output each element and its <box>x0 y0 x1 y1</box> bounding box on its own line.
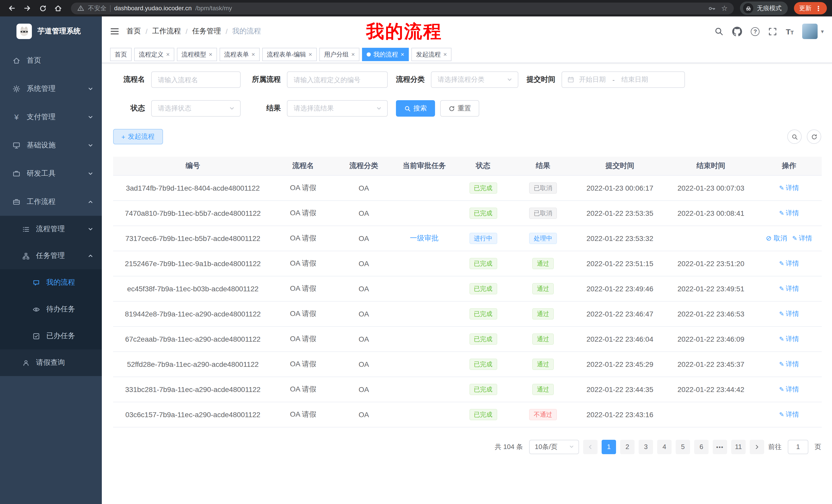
refresh-button[interactable] <box>807 130 821 144</box>
next-page-button[interactable] <box>750 440 764 454</box>
bookmark-star-icon[interactable]: ☆ <box>721 5 728 12</box>
close-icon[interactable]: × <box>351 51 355 58</box>
tab-process-form-edit[interactable]: 流程表单-编辑× <box>262 48 317 61</box>
detail-link[interactable]: ✎详情 <box>779 385 799 394</box>
tab-process-model[interactable]: 流程模型× <box>177 48 217 61</box>
start-process-button[interactable]: + 发起流程 <box>113 129 163 144</box>
page-button-2[interactable]: 2 <box>620 440 634 454</box>
toolbox-icon <box>12 169 21 177</box>
column-header: 编号 <box>113 157 272 175</box>
detail-link[interactable]: ✎详情 <box>779 410 799 419</box>
forward-icon[interactable] <box>21 2 34 15</box>
tab-process-definition[interactable]: 流程定义× <box>134 48 174 61</box>
sidebar-item-devtools[interactable]: 研发工具 <box>0 159 102 188</box>
detail-link[interactable]: ✎详情 <box>779 334 799 343</box>
cancel-link[interactable]: 取消 <box>766 233 787 243</box>
process-name-input[interactable] <box>151 72 241 88</box>
sidebar-collapse-icon[interactable] <box>110 27 119 35</box>
filter-label: 所属流程 <box>249 75 281 84</box>
user-icon <box>22 359 30 367</box>
chevron-up-icon <box>87 199 94 205</box>
result-select[interactable]: 请选择流结果 <box>287 100 388 117</box>
fullscreen-icon[interactable] <box>768 27 777 36</box>
detail-link[interactable]: ✎详情 <box>779 309 799 318</box>
close-icon[interactable]: × <box>252 51 255 58</box>
page-button-1[interactable]: 1 <box>602 440 616 454</box>
navbar-actions: ? TT ▾ <box>714 24 824 39</box>
show-search-toggle-button[interactable] <box>787 130 802 144</box>
sidebar-item-process-mgmt[interactable]: 流程管理 <box>0 216 102 243</box>
more-pages-icon[interactable]: ••• <box>713 440 727 454</box>
user-menu[interactable]: ▾ <box>802 24 824 39</box>
sidebar-item-my-processes[interactable]: 我的流程 <box>0 269 102 296</box>
breadcrumb-item[interactable]: 任务管理 <box>192 27 221 36</box>
font-size-icon[interactable]: TT <box>786 27 794 35</box>
github-icon[interactable] <box>732 26 742 36</box>
detail-link[interactable]: ✎详情 <box>779 359 799 369</box>
address-bar[interactable]: 不安全 dashboard.yudao.iocoder.cn/bpm/task/… <box>71 2 734 14</box>
breadcrumb-item[interactable]: 工作流程 <box>152 27 181 36</box>
detail-link[interactable]: ✎详情 <box>779 284 799 293</box>
page-button-11[interactable]: 11 <box>731 440 746 454</box>
cell-id: 67c2eaab-7b9a-11ec-a290-acde48001122 <box>113 326 272 352</box>
sidebar-item-system[interactable]: 系统管理 <box>0 75 102 103</box>
close-icon[interactable]: × <box>309 51 312 58</box>
browser-menu-icon[interactable]: ⋮ <box>815 4 822 12</box>
table-row: 3ad174fb-7b9d-11ec-8404-acde48001122 OA … <box>113 175 822 200</box>
page-button-5[interactable]: 5 <box>676 440 690 454</box>
sidebar-item-todo-tasks[interactable]: 待办任务 <box>0 296 102 323</box>
cell-end-time: 2022-01-22 23:49:51 <box>666 276 756 301</box>
sidebar-item-infrastructure[interactable]: 基础设施 <box>0 131 102 159</box>
result-badge: 通过 <box>532 384 554 395</box>
sidebar-logo[interactable]: 芋道管理系统 <box>0 17 102 46</box>
page-button-4[interactable]: 4 <box>657 440 672 454</box>
close-icon[interactable]: × <box>443 51 447 58</box>
reload-icon[interactable] <box>36 2 49 15</box>
pencil-icon: ✎ <box>779 311 784 317</box>
help-icon[interactable]: ? <box>751 27 759 36</box>
back-icon[interactable] <box>5 2 19 15</box>
sidebar-item-task-mgmt[interactable]: 任务管理 <box>0 243 102 269</box>
tab-start-process[interactable]: 发起流程× <box>411 48 451 61</box>
detail-link[interactable]: ✎详情 <box>779 259 799 268</box>
page-button-6[interactable]: 6 <box>694 440 709 454</box>
tab-user-group[interactable]: 用户分组× <box>319 48 359 61</box>
tab-process-form[interactable]: 流程表单× <box>219 48 260 61</box>
breadcrumb-item[interactable]: 首页 <box>127 27 141 36</box>
status-select[interactable]: 请选择状态 <box>151 100 241 117</box>
tab-my-processes[interactable]: 我的流程× <box>362 48 409 61</box>
date-range-picker[interactable]: 开始日期 - 结束日期 <box>562 72 685 88</box>
prev-page-button[interactable] <box>583 440 598 454</box>
detail-link[interactable]: ✎详情 <box>792 233 812 243</box>
close-icon[interactable]: × <box>209 51 212 58</box>
tab-home[interactable]: 首页 <box>110 48 132 61</box>
sidebar-item-home[interactable]: 首页 <box>0 46 102 75</box>
category-select[interactable]: 请选择流程分类 <box>431 72 518 88</box>
divider <box>110 5 110 11</box>
filter-category: 流程分类 请选择流程分类 <box>396 72 518 88</box>
end-date-placeholder[interactable]: 结束日期 <box>621 75 648 84</box>
avatar[interactable] <box>802 24 818 39</box>
home-icon[interactable] <box>51 2 65 15</box>
sidebar-item-payment[interactable]: ¥ 支付管理 <box>0 103 102 131</box>
sidebar-item-leave-query[interactable]: 请假查询 <box>0 349 102 376</box>
start-date-placeholder[interactable]: 开始日期 <box>579 75 606 84</box>
search-button[interactable]: 搜索 <box>396 100 435 117</box>
sidebar-item-done-tasks[interactable]: 已办任务 <box>0 323 102 349</box>
update-button[interactable]: 更新 ⋮ <box>794 2 827 15</box>
detail-link[interactable]: ✎详情 <box>779 208 799 218</box>
process-def-input[interactable] <box>287 72 388 88</box>
close-icon[interactable]: × <box>400 51 404 58</box>
sidebar-item-workflow[interactable]: 工作流程 <box>0 188 102 216</box>
page-button-3[interactable]: 3 <box>639 440 653 454</box>
current-task-link[interactable]: 一级审批 <box>410 233 439 243</box>
search-icon[interactable] <box>714 27 724 36</box>
goto-page-input[interactable] <box>788 440 808 454</box>
reset-button[interactable]: 重置 <box>440 100 479 117</box>
page-size-select[interactable]: 10条/页 <box>529 440 579 454</box>
detail-link[interactable]: ✎详情 <box>779 183 799 192</box>
security-label[interactable]: 不安全 <box>88 4 106 12</box>
key-icon[interactable] <box>708 4 716 12</box>
toolbar-row: + 发起流程 <box>113 129 821 144</box>
close-icon[interactable]: × <box>166 51 170 58</box>
